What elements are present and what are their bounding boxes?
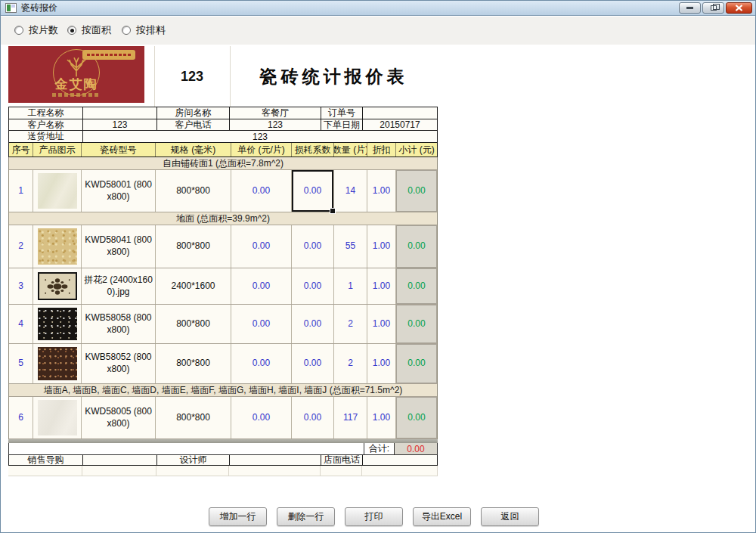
tile-image-white xyxy=(38,400,77,435)
row-no-cell[interactable]: 4 xyxy=(9,305,33,343)
quantity-cell[interactable]: 2 xyxy=(334,344,367,383)
doc-number[interactable]: 123 xyxy=(154,66,230,87)
radio-by-layout[interactable]: 按排料 xyxy=(122,23,166,37)
minimize-icon xyxy=(686,7,693,9)
row-no-cell[interactable]: 2 xyxy=(9,225,33,268)
discount-cell[interactable]: 1.00 xyxy=(367,225,396,268)
spec-cell[interactable]: 800*800 xyxy=(156,305,231,343)
quantity-cell[interactable]: 2 xyxy=(334,305,367,343)
col-header-discount: 折扣 xyxy=(367,143,396,156)
order-no-label: 订单号 xyxy=(321,107,363,119)
tile-image-beige xyxy=(38,228,77,265)
discount-cell[interactable]: 1.00 xyxy=(367,344,396,383)
subtotal-cell[interactable]: 0.00 xyxy=(396,268,437,304)
model-cell[interactable]: KWB58058 (800x800) xyxy=(82,305,156,343)
total-row: 合计: 0.00 xyxy=(8,443,438,455)
loss-factor-cell[interactable]: 0.00 xyxy=(292,305,334,343)
unit-price-cell[interactable]: 0.00 xyxy=(231,170,292,212)
subtotal-cell[interactable]: 0.00 xyxy=(396,344,437,383)
tile-data-grid: 自由铺砖面1 (总面积=7.8m^2) 1 KWD58001 (800x800)… xyxy=(8,157,438,439)
subtotal-cell[interactable]: 0.00 xyxy=(396,397,437,438)
quantity-cell[interactable]: 14 xyxy=(334,170,367,212)
col-header-subtotal: 小计 (元) xyxy=(396,143,437,156)
tile-image-brown xyxy=(38,347,77,380)
designer-value[interactable] xyxy=(230,455,321,465)
quantity-cell[interactable]: 1 xyxy=(334,268,367,304)
restore-button[interactable] xyxy=(702,2,724,14)
signature-row: 销售导购 设计师 店面电话 xyxy=(8,455,438,466)
discount-cell[interactable]: 1.00 xyxy=(367,170,396,212)
discount-cell[interactable]: 1.00 xyxy=(367,305,396,343)
designer-label: 设计师 xyxy=(157,455,230,465)
radio-label: 按排料 xyxy=(136,23,166,37)
loss-factor-cell[interactable]: 0.00 xyxy=(292,344,334,383)
radio-selected-dot xyxy=(70,29,74,33)
unit-price-cell[interactable]: 0.00 xyxy=(231,268,292,304)
subtotal-cell[interactable]: 0.00 xyxy=(396,225,437,268)
model-cell[interactable]: KWD58001 (800x800) xyxy=(82,170,156,212)
spec-cell[interactable]: 800*800 xyxy=(156,397,231,438)
brand-name: 金艾陶 xyxy=(55,78,98,91)
delivery-address-value[interactable]: 123 xyxy=(83,131,437,142)
sheet-title: 瓷砖统计报价表 xyxy=(230,63,438,90)
product-image-cell[interactable] xyxy=(33,397,82,438)
discount-cell[interactable]: 1.00 xyxy=(367,397,396,438)
loss-factor-cell[interactable]: 0.00 xyxy=(292,225,334,268)
store-phone-label: 店面电话 xyxy=(321,455,363,465)
subtotal-cell[interactable]: 0.00 xyxy=(396,305,437,343)
loss-factor-cell[interactable]: 0.00 xyxy=(292,397,334,438)
discount-cell[interactable]: 1.00 xyxy=(367,268,396,304)
row-no-cell[interactable]: 1 xyxy=(9,170,33,212)
subtotal-cell[interactable]: 0.00 xyxy=(396,170,437,212)
row-no-cell[interactable]: 5 xyxy=(9,344,33,383)
product-image-cell[interactable] xyxy=(33,225,82,268)
unit-price-cell[interactable]: 0.00 xyxy=(231,397,292,438)
quantity-cell[interactable]: 117 xyxy=(334,397,367,438)
print-button[interactable]: 打印 xyxy=(345,507,403,526)
loss-factor-cell[interactable]: 0.00 xyxy=(292,268,334,304)
product-image-cell[interactable] xyxy=(33,305,82,343)
delete-row-button[interactable]: 删除一行 xyxy=(277,507,335,526)
quotation-sheet: 金艾陶 123 瓷砖统计报价表 工程名称 房间名称 客餐厅 订单号 客户名称 1… xyxy=(8,46,438,476)
minimize-button[interactable] xyxy=(679,2,701,14)
spec-cell[interactable]: 800*800 xyxy=(156,170,231,212)
room-name-value[interactable]: 客餐厅 xyxy=(230,107,321,119)
export-excel-button[interactable]: 导出Excel xyxy=(413,507,471,526)
customer-phone-value[interactable]: 123 xyxy=(230,119,321,130)
close-button[interactable] xyxy=(726,2,752,14)
order-date-value[interactable]: 20150717 xyxy=(363,119,437,130)
tile-image-black xyxy=(38,308,77,340)
model-cell[interactable]: KWD58041 (800x800) xyxy=(82,225,156,268)
radio-label: 按面积 xyxy=(82,23,111,37)
order-no-value[interactable] xyxy=(363,107,437,119)
sales-value[interactable] xyxy=(83,455,157,465)
loss-factor-cell-selected[interactable]: 0.00 xyxy=(292,170,334,212)
product-image-cell[interactable] xyxy=(33,170,82,212)
radio-by-piece[interactable]: 按片数 xyxy=(14,23,58,37)
unit-price-cell[interactable]: 0.00 xyxy=(231,305,292,343)
product-image-cell[interactable] xyxy=(33,344,82,383)
row-no-cell[interactable]: 6 xyxy=(9,397,33,438)
spec-cell[interactable]: 800*800 xyxy=(156,344,231,383)
table-row: 3 xyxy=(9,268,437,305)
row-no-cell[interactable]: 3 xyxy=(9,268,33,304)
back-button[interactable]: 返回 xyxy=(481,507,539,526)
project-name-value[interactable] xyxy=(83,107,157,119)
model-cell[interactable]: KWD58005 (800x800) xyxy=(82,397,156,438)
delivery-address-label: 送货地址 xyxy=(9,131,83,142)
unit-price-cell[interactable]: 0.00 xyxy=(231,225,292,268)
store-phone-value[interactable] xyxy=(363,455,437,465)
product-image-cell[interactable] xyxy=(33,268,82,304)
radio-by-area[interactable]: 按面积 xyxy=(67,23,111,37)
unit-price-cell[interactable]: 0.00 xyxy=(231,344,292,383)
empty-grid-row xyxy=(8,466,438,476)
radio-circle-icon xyxy=(14,26,23,35)
model-cell[interactable]: KWB58052 (800x800) xyxy=(82,344,156,383)
customer-name-value[interactable]: 123 xyxy=(83,119,157,130)
model-cell[interactable]: 拼花2 (2400x1600).jpg xyxy=(82,268,156,304)
section-header-walls: 墙面A, 墙面B, 墙面C, 墙面D, 墙面E, 墙面F, 墙面G, 墙面H, … xyxy=(9,384,437,397)
spec-cell[interactable]: 2400*1600 xyxy=(156,268,231,304)
add-row-button[interactable]: 增加一行 xyxy=(209,507,267,526)
quantity-cell[interactable]: 55 xyxy=(334,225,367,268)
spec-cell[interactable]: 800*800 xyxy=(156,225,231,268)
